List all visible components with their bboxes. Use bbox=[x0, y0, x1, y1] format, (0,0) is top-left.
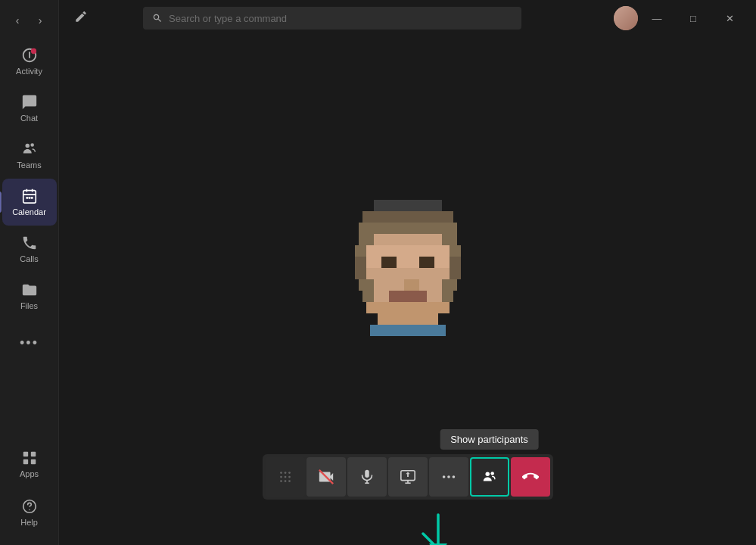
svg-rect-26 bbox=[419, 257, 434, 268]
microphone-button[interactable] bbox=[347, 457, 387, 497]
svg-rect-32 bbox=[359, 279, 374, 291]
svg-rect-15 bbox=[359, 223, 457, 234]
svg-point-1 bbox=[25, 144, 30, 148]
titlebar: Search or type a command — □ ✕ bbox=[59, 0, 756, 36]
svg-rect-8 bbox=[30, 452, 35, 456]
svg-point-64 bbox=[485, 472, 490, 477]
avatar[interactable] bbox=[614, 6, 638, 30]
svg-point-62 bbox=[447, 475, 450, 478]
chat-label: Chat bbox=[20, 114, 38, 123]
svg-point-65 bbox=[490, 472, 494, 475]
sidebar-item-calls[interactable]: Calls bbox=[2, 226, 57, 272]
maximize-button[interactable]: □ bbox=[676, 6, 711, 30]
teams-label: Teams bbox=[17, 160, 41, 170]
svg-point-0 bbox=[30, 48, 36, 54]
svg-rect-35 bbox=[419, 279, 442, 291]
search-bar[interactable]: Search or type a command bbox=[143, 7, 521, 30]
svg-point-46 bbox=[284, 472, 286, 474]
end-call-icon bbox=[522, 469, 539, 485]
svg-rect-5 bbox=[28, 197, 30, 199]
svg-point-51 bbox=[280, 480, 282, 482]
sidebar-item-activity[interactable]: Activity bbox=[2, 38, 57, 85]
svg-rect-17 bbox=[374, 234, 442, 245]
svg-point-53 bbox=[288, 480, 291, 482]
files-icon bbox=[21, 282, 38, 298]
svg-rect-37 bbox=[362, 291, 374, 302]
participant-video bbox=[332, 185, 484, 336]
svg-point-47 bbox=[288, 472, 291, 474]
forward-button[interactable]: › bbox=[30, 11, 50, 30]
end-call-button[interactable] bbox=[511, 457, 550, 497]
sidebar-item-more[interactable]: ••• bbox=[2, 319, 57, 366]
svg-point-61 bbox=[442, 475, 445, 478]
files-label: Files bbox=[20, 301, 38, 310]
svg-point-63 bbox=[452, 475, 455, 478]
arrow-indicator bbox=[415, 507, 461, 545]
svg-rect-40 bbox=[427, 291, 442, 302]
svg-rect-33 bbox=[374, 279, 404, 291]
share-icon bbox=[400, 469, 416, 485]
svg-rect-13 bbox=[374, 200, 442, 211]
show-participants-button[interactable] bbox=[470, 457, 509, 497]
search-placeholder: Search or type a command bbox=[169, 13, 287, 24]
sidebar-item-apps[interactable]: Apps bbox=[2, 441, 57, 487]
svg-point-2 bbox=[30, 143, 34, 147]
camera-icon bbox=[318, 469, 334, 485]
sidebar-item-files[interactable]: Files bbox=[2, 272, 57, 319]
svg-rect-44 bbox=[370, 325, 446, 336]
dialpad-button[interactable] bbox=[266, 457, 305, 497]
svg-rect-27 bbox=[434, 257, 450, 268]
dialpad-icon bbox=[277, 469, 294, 485]
svg-point-52 bbox=[284, 480, 286, 482]
new-chat-button[interactable] bbox=[68, 7, 94, 30]
sidebar-item-calendar[interactable]: Calendar bbox=[2, 179, 57, 226]
svg-rect-28 bbox=[450, 257, 461, 268]
more-options-button[interactable] bbox=[429, 457, 468, 497]
sidebar-item-chat[interactable]: Chat bbox=[2, 85, 57, 132]
calls-label: Calls bbox=[20, 254, 38, 263]
svg-rect-41 bbox=[442, 291, 453, 302]
svg-rect-29 bbox=[355, 268, 366, 279]
apps-label: Apps bbox=[20, 469, 39, 478]
compose-icon bbox=[74, 10, 88, 23]
camera-button[interactable] bbox=[306, 457, 346, 497]
svg-rect-10 bbox=[30, 459, 35, 464]
svg-rect-42 bbox=[366, 302, 450, 313]
svg-rect-24 bbox=[381, 257, 397, 268]
svg-rect-25 bbox=[397, 257, 419, 268]
sidebar-item-teams[interactable]: Teams bbox=[2, 132, 57, 179]
sidebar-nav: Activity Chat Teams bbox=[0, 38, 58, 441]
back-button[interactable]: ‹ bbox=[8, 11, 27, 30]
apps-icon bbox=[21, 450, 38, 466]
share-screen-button[interactable] bbox=[388, 457, 428, 497]
svg-rect-19 bbox=[355, 245, 366, 257]
main-content: Search or type a command — □ ✕ bbox=[59, 0, 756, 545]
svg-point-12 bbox=[29, 509, 30, 510]
svg-rect-3 bbox=[23, 191, 36, 203]
svg-rect-36 bbox=[442, 279, 457, 291]
svg-rect-6 bbox=[30, 197, 33, 199]
svg-rect-55 bbox=[365, 470, 369, 478]
svg-point-48 bbox=[280, 476, 282, 478]
call-controls-wrapper: Show participants bbox=[263, 454, 553, 500]
sidebar-bottom: Apps Help bbox=[2, 441, 57, 545]
svg-point-50 bbox=[288, 476, 291, 478]
svg-rect-38 bbox=[374, 291, 389, 302]
mic-icon bbox=[359, 469, 375, 485]
svg-rect-20 bbox=[366, 245, 450, 257]
search-icon bbox=[152, 13, 163, 23]
call-controls: Show participants bbox=[263, 454, 553, 500]
more-dots: ••• bbox=[20, 335, 39, 351]
close-button[interactable]: ✕ bbox=[712, 6, 747, 30]
calendar-label: Calendar bbox=[12, 207, 46, 216]
svg-rect-14 bbox=[362, 211, 453, 223]
teams-icon bbox=[21, 141, 38, 157]
svg-rect-31 bbox=[450, 268, 461, 279]
svg-rect-21 bbox=[450, 245, 461, 257]
activity-icon bbox=[21, 47, 38, 64]
svg-point-45 bbox=[280, 472, 282, 474]
window-controls: — □ ✕ bbox=[614, 6, 747, 30]
activity-label: Activity bbox=[16, 67, 42, 76]
sidebar-item-help[interactable]: Help bbox=[2, 489, 57, 536]
minimize-button[interactable]: — bbox=[639, 6, 674, 30]
